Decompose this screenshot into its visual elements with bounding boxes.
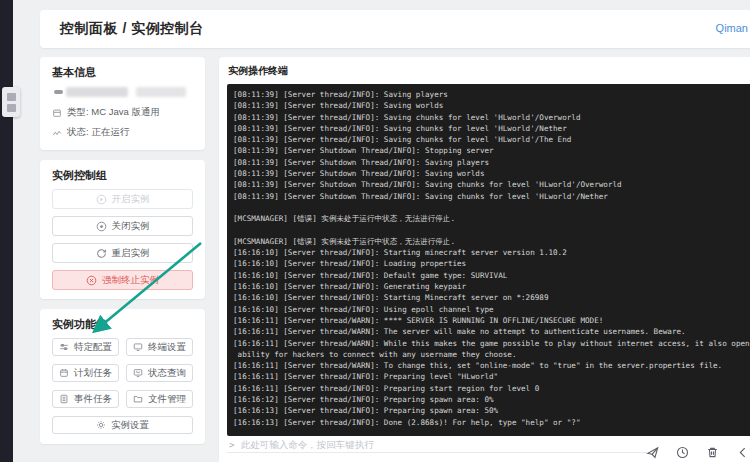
instance-control-title: 实例控制组 (52, 169, 193, 182)
console-line: [MCSMANAGER] [错误] 实例未处于运行中状态，无法进行停止. (233, 213, 750, 224)
console-line: [16:16:11] [Server thread/WARN]: The ser… (233, 326, 750, 337)
status-screen-icon (133, 368, 143, 378)
redacted-instance-name (52, 87, 193, 98)
prompt-icon: > (229, 439, 235, 450)
clear-console-button[interactable] (706, 446, 719, 459)
console-line (233, 202, 750, 213)
console-line: [08:11:39] [Server thread/INFO]: Saving … (233, 89, 750, 100)
console-output[interactable]: [08:11:39] [Server thread/INFO]: Saving … (227, 84, 750, 436)
console-line: [16:16:11] [Server thread/WARN]: While t… (233, 338, 750, 349)
console-line: [16:16:10] [Server thread/INFO]: Default… (233, 270, 750, 281)
console-line: [16:16:11] [Server thread/WARN]: **** SE… (233, 315, 750, 326)
kill-instance-button[interactable]: 强制终止实例 (52, 270, 193, 290)
console-line: [16:16:10] [Server thread/INFO]: Using e… (233, 304, 750, 315)
history-icon (676, 446, 689, 459)
specific-config-label: 特定配置 (74, 341, 112, 354)
send-icon (646, 446, 659, 459)
trash-icon (706, 446, 719, 459)
file-manager-button[interactable]: 文件管理 (126, 390, 193, 408)
console-line: [08:11:39] [Server Shutdown Thread/INFO]… (233, 145, 750, 156)
calendar-icon (59, 368, 69, 378)
play-circle-icon (96, 194, 107, 205)
stop-instance-button[interactable]: 关闭实例 (52, 216, 193, 236)
monitor-icon (133, 342, 143, 352)
console-line: [08:11:39] [Server thread/INFO]: Saving … (233, 123, 750, 134)
sliders-icon (59, 342, 69, 352)
console-toolbar (646, 446, 749, 459)
schedule-tasks-button[interactable]: 计划任务 (52, 364, 119, 382)
command-input[interactable] (241, 439, 645, 450)
gear-icon (96, 420, 106, 430)
list-icon (59, 394, 69, 404)
folder-icon (133, 394, 143, 404)
console-line: [16:16:13] [Server thread/INFO]: Done (2… (233, 417, 750, 428)
console-line: [08:11:39] [Server Shutdown Thread/INFO]… (233, 157, 750, 168)
instance-settings-button[interactable]: 实例设置 (52, 416, 193, 434)
drawer-handle[interactable] (2, 87, 20, 117)
start-instance-label: 开启实例 (112, 193, 150, 206)
status-query-label: 状态查询 (148, 367, 186, 380)
console-line: [08:11:39] [Server Shutdown Thread/INFO]… (233, 191, 750, 202)
file-manager-label: 文件管理 (148, 393, 186, 406)
start-instance-button[interactable]: 开启实例 (52, 189, 193, 209)
user-link[interactable]: Qiman (716, 22, 748, 34)
drawer-handle-dot (7, 104, 16, 112)
terminal-title: 实例操作终端 (228, 64, 288, 78)
console-line: [16:16:11] [Server thread/INFO]: Prepari… (233, 383, 750, 394)
drawer-handle-dot (7, 93, 16, 101)
console-line: [08:11:39] [Server Shutdown Thread/INFO]… (233, 179, 750, 190)
console-line: [16:16:10] [Server thread/INFO]: Generat… (233, 281, 750, 292)
command-input-row: > (227, 437, 647, 453)
activity-icon (52, 128, 62, 138)
console-line: [16:16:12] [Server thread/INFO]: Prepari… (233, 394, 750, 405)
history-button[interactable] (676, 446, 689, 459)
instance-settings-label: 实例设置 (111, 419, 149, 432)
console-line: [16:16:11] [Server thread/INFO]: Prepari… (233, 371, 750, 382)
instance-function-title: 实例功能组 (52, 318, 193, 331)
instance-type-label: 类型: MC Java 版通用 (67, 106, 160, 119)
collapsed-sidebar-strip (0, 0, 13, 462)
console-line: [08:11:39] [Server thread/INFO]: Saving … (233, 100, 750, 111)
restart-instance-label: 重启实例 (112, 247, 150, 260)
tag-icon (52, 108, 62, 118)
status-query-button[interactable]: 状态查询 (126, 364, 193, 382)
more-actions-button[interactable] (736, 446, 749, 459)
stop-circle-icon (86, 275, 97, 286)
restart-instance-button[interactable]: 重启实例 (52, 243, 193, 263)
instance-status-row: 状态: 正在运行 (52, 127, 193, 138)
stop-instance-label: 关闭实例 (112, 220, 150, 233)
instance-status-label: 状态: 正在运行 (67, 126, 129, 139)
terminal-settings-label: 终端设置 (148, 341, 186, 354)
console-line: [16:16:10] [Server thread/INFO]: Loading… (233, 258, 750, 269)
terminal-settings-button[interactable]: 终端设置 (126, 338, 193, 356)
console-line: ability for hackers to connect with any … (233, 349, 750, 360)
basic-info-card: 基本信息 类型: MC Java 版通用 状态: 正在运行 (40, 57, 205, 150)
console-line: [08:11:39] [Server thread/INFO]: Saving … (233, 134, 750, 145)
terminal-panel: 实例操作终端 [08:11:39] [Server thread/INFO]: … (219, 57, 750, 462)
instance-function-card: 实例功能组 特定配置 终端设置 计划任务 状态查询 事件任务 文件管理 实例设置 (40, 309, 205, 444)
event-tasks-button[interactable]: 事件任务 (52, 390, 119, 408)
console-line: [16:16:10] [Server thread/INFO]: Startin… (233, 292, 750, 303)
console-line: [16:16:11] [Server thread/WARN]: To chan… (233, 360, 750, 371)
console-line: [MCSMANAGER] [错误] 实例未处于运行中状态，无法进行停止. (233, 236, 750, 247)
chevron-icon (736, 446, 749, 459)
console-line: [16:16:13] [Server thread/INFO]: Prepari… (233, 405, 750, 416)
instance-type-row: 类型: MC Java 版通用 (52, 107, 193, 118)
schedule-tasks-label: 计划任务 (74, 367, 112, 380)
power-circle-icon (96, 221, 107, 232)
instance-control-card: 实例控制组 开启实例 关闭实例 重启实例 强制终止实例 (40, 160, 205, 299)
console-line: [08:11:39] [Server thread/INFO]: Saving … (233, 112, 750, 123)
event-tasks-label: 事件任务 (74, 393, 112, 406)
breadcrumb[interactable]: 控制面板 / 实例控制台 (60, 20, 204, 38)
restart-icon (96, 248, 107, 259)
send-command-button[interactable] (646, 446, 659, 459)
console-line: [16:16:10] [Server thread/INFO]: Startin… (233, 247, 750, 258)
basic-info-title: 基本信息 (52, 66, 193, 79)
console-line (233, 225, 750, 236)
specific-config-button[interactable]: 特定配置 (52, 338, 119, 356)
app-root: { "header": { "breadcrumb": "控制面板 / 实例控制… (0, 0, 750, 462)
header-bar: 控制面板 / 实例控制台 Qiman (40, 10, 750, 48)
console-line: [08:11:39] [Server Shutdown Thread/INFO]… (233, 168, 750, 179)
kill-instance-label: 强制终止实例 (102, 274, 159, 287)
